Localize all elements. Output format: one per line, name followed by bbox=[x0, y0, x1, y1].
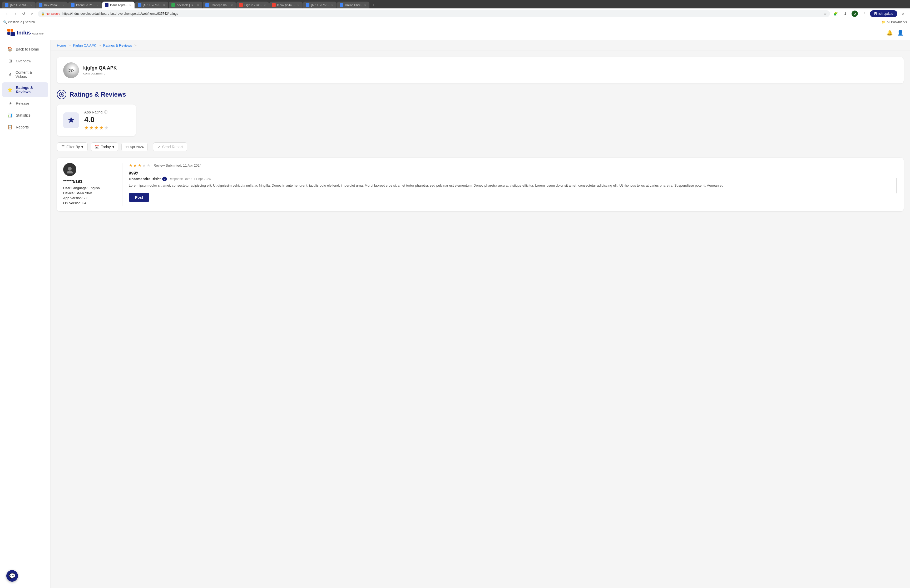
home-button[interactable]: ⌂ bbox=[28, 10, 36, 17]
tab-apdev762[interactable]: [APDEV-762... ✕ bbox=[135, 2, 168, 8]
tab-label: Online Char... bbox=[345, 3, 362, 6]
svg-point-8 bbox=[68, 167, 72, 171]
tab-github[interactable]: Sign in - Git... ✕ bbox=[236, 2, 269, 8]
finish-update-button[interactable]: Finish update bbox=[870, 10, 897, 17]
device-label: Device: bbox=[63, 191, 74, 195]
tab-inbox[interactable]: Inbox (2,445... ✕ bbox=[269, 2, 302, 8]
extensions-button[interactable]: 🧩 bbox=[832, 10, 839, 17]
info-icon[interactable]: ⓘ bbox=[104, 110, 107, 115]
sidebar-label-statistics: Statistics bbox=[16, 113, 31, 117]
tab-close[interactable]: ✕ bbox=[297, 4, 299, 6]
url-text[interactable]: https://indus-developerdashboard-bn.drov… bbox=[62, 12, 821, 16]
user-profile-icon[interactable]: 👤 bbox=[897, 29, 904, 36]
tab-phonepe-doc[interactable]: Phonepe Do... ✕ bbox=[203, 2, 236, 8]
section-header: Ratings & Reviews bbox=[57, 90, 904, 99]
review-star-1: ★ bbox=[129, 163, 133, 168]
notification-icon[interactable]: 🔔 bbox=[886, 29, 893, 36]
sidebar-item-content-videos[interactable]: 🖥 Content & Videos bbox=[2, 67, 48, 82]
bookmark-icon: 🔍 bbox=[3, 20, 7, 24]
tab-close[interactable]: ✕ bbox=[364, 4, 366, 6]
breadcrumb-sep2: > bbox=[99, 44, 102, 47]
breadcrumb-app[interactable]: Kjgfgn QA APK bbox=[73, 44, 96, 47]
verified-icon bbox=[163, 178, 166, 180]
address-bar[interactable]: 🔒 Not Secure https://indus-developerdash… bbox=[38, 10, 830, 17]
tab-online-char[interactable]: Online Char... ✕ bbox=[337, 2, 369, 8]
profile-circle: O bbox=[852, 11, 858, 17]
sidebar-label-ratings: Ratings & Reviews bbox=[16, 86, 43, 94]
post-button[interactable]: Post bbox=[129, 193, 149, 202]
refresh-button[interactable]: ↺ bbox=[20, 10, 27, 17]
filter-by-button[interactable]: ☰ Filter By ▾ bbox=[57, 142, 88, 151]
section-title: Ratings & Reviews bbox=[70, 91, 126, 98]
star-badge-icon bbox=[59, 92, 64, 97]
chat-bubble-button[interactable]: 💬 bbox=[6, 570, 18, 582]
tab-apdev761[interactable]: [APDEV-761... ✕ bbox=[2, 2, 36, 8]
today-button[interactable]: 📅 Today ▾ bbox=[91, 142, 118, 151]
close-button[interactable]: ✕ bbox=[899, 10, 907, 17]
tab-close[interactable]: ✕ bbox=[331, 4, 333, 6]
tab-close[interactable]: ✕ bbox=[96, 4, 99, 6]
filter-icon: ☰ bbox=[61, 145, 65, 149]
send-report-button[interactable]: ↗ Send Report bbox=[153, 142, 187, 151]
star-5: ★ bbox=[104, 125, 108, 131]
app-logo: ≫ bbox=[63, 62, 79, 78]
sidebar-label-back-home: Back to Home bbox=[16, 47, 39, 51]
tab-close[interactable]: ✕ bbox=[231, 4, 233, 6]
reviewer-info: ******5191 User Language: English Device… bbox=[63, 163, 116, 206]
review-body-container: Lorem ipsum dolor sit amet, consectetur … bbox=[129, 183, 897, 189]
statistics-icon: 📊 bbox=[7, 113, 13, 118]
stars: ★ ★ ★ ★ ★ bbox=[84, 125, 108, 131]
tab-close[interactable]: ✕ bbox=[263, 4, 266, 6]
tab-devtools[interactable]: devTools | G... ✕ bbox=[169, 2, 202, 8]
sidebar-item-ratings-reviews[interactable]: ⭐ Ratings & Reviews bbox=[2, 82, 48, 97]
sidebar-item-release[interactable]: ✈ Release bbox=[2, 98, 48, 109]
scroll-indicator bbox=[896, 178, 897, 194]
review-rating: ★ ★ ★ ★ ★ bbox=[129, 163, 150, 168]
tab-favicon bbox=[239, 3, 243, 7]
rating-icon-box bbox=[63, 112, 79, 128]
sidebar-item-overview[interactable]: ⊞ Overview bbox=[2, 55, 48, 66]
reviewer-app-version: App Version: 2.0 bbox=[63, 196, 116, 200]
bookmark-elasticvue[interactable]: 🔍 elasticvue | Search bbox=[3, 20, 35, 24]
back-button[interactable]: ‹ bbox=[3, 10, 11, 17]
home-icon: 🏠 bbox=[7, 47, 13, 52]
review-star-3: ★ bbox=[138, 163, 141, 168]
logo-text: Indus bbox=[17, 30, 31, 36]
settings-button[interactable]: ⋮ bbox=[860, 10, 868, 17]
tab-indus[interactable]: Indus Appst... ✕ bbox=[102, 2, 134, 8]
reviewer-device: Device: SM-A736B bbox=[63, 191, 116, 195]
tab-favicon bbox=[138, 3, 141, 7]
app-name: kjgfgn QA APK bbox=[83, 65, 117, 71]
all-bookmarks[interactable]: 📁 All Bookmarks bbox=[882, 20, 907, 24]
profile-button[interactable]: O bbox=[851, 10, 858, 17]
tab-close[interactable]: ✕ bbox=[163, 4, 165, 6]
bookmark-star-icon[interactable]: ☆ bbox=[823, 11, 827, 16]
star-2: ★ bbox=[89, 125, 94, 131]
tab-close[interactable]: ✕ bbox=[30, 4, 32, 6]
tab-devportal[interactable]: Dev Portal... ✕ bbox=[36, 2, 68, 8]
sidebar-item-statistics[interactable]: 📊 Statistics bbox=[2, 110, 48, 121]
tab-label: Phonepe Do... bbox=[211, 3, 229, 6]
forward-button[interactable]: › bbox=[11, 10, 19, 17]
tab-close[interactable]: ✕ bbox=[129, 4, 131, 6]
browser-toolbar: ‹ › ↺ ⌂ 🔒 Not Secure https://indus-devel… bbox=[0, 8, 910, 19]
tab-apdev758[interactable]: [APDEV-758... ✕ bbox=[303, 2, 336, 8]
tab-close[interactable]: ✕ bbox=[197, 4, 199, 6]
filter-by-label: Filter By bbox=[66, 145, 80, 149]
new-tab-button[interactable]: + bbox=[370, 2, 377, 8]
downloads-button[interactable]: ⬇ bbox=[842, 10, 849, 17]
tab-close[interactable]: ✕ bbox=[62, 4, 65, 6]
content-icon: 🖥 bbox=[7, 72, 12, 77]
app-version-value: 2.0 bbox=[84, 196, 88, 200]
svg-rect-2 bbox=[11, 29, 13, 32]
response-date-value: 11 Apr 2024 bbox=[194, 177, 211, 181]
breadcrumb-ratings[interactable]: Ratings & Reviews bbox=[103, 44, 132, 47]
tab-phonepe[interactable]: PhonePe Pri... ✕ bbox=[68, 2, 102, 8]
app-body: 🏠 Back to Home ⊞ Overview 🖥 Content & Vi… bbox=[0, 40, 910, 588]
breadcrumb-home[interactable]: Home bbox=[57, 44, 66, 47]
responder-name: Dharmendra Bisht bbox=[129, 177, 161, 181]
svg-rect-3 bbox=[7, 32, 10, 35]
sidebar-item-reports[interactable]: 📋 Reports bbox=[2, 121, 48, 132]
sidebar-item-back-home[interactable]: 🏠 Back to Home bbox=[2, 44, 48, 55]
chat-icon: 💬 bbox=[9, 573, 16, 579]
